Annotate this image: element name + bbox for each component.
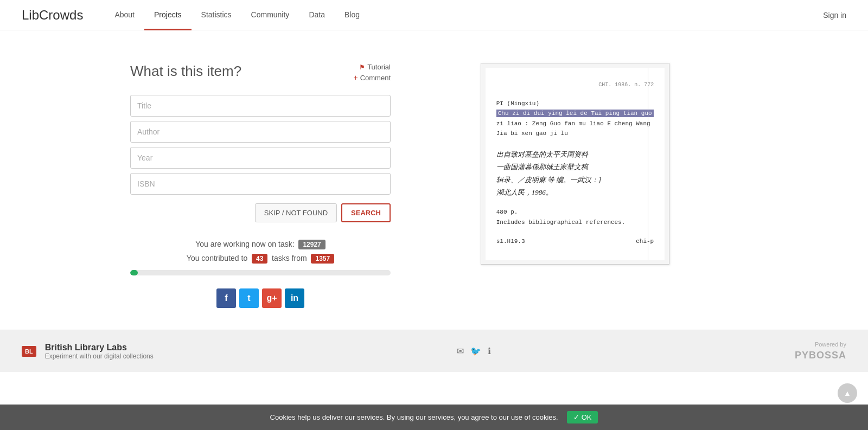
tutorial-link[interactable]: ⚑ Tutorial: [359, 63, 391, 71]
bl-badge: BL: [22, 346, 36, 357]
email-icon[interactable]: ✉: [457, 346, 464, 356]
form-title: What is this item?: [130, 63, 241, 80]
footer-icons: ✉ 🐦 ℹ: [457, 346, 491, 356]
comment-link[interactable]: + Comment: [353, 73, 391, 82]
document-image: CHI. 1986. n. 772 PI (Mingxiu) Chu zi di…: [481, 63, 669, 265]
tasks-total-badge: 1357: [311, 254, 334, 264]
twitter-share-button[interactable]: t: [239, 288, 259, 308]
doc-handwritten-block: 出自致对墓垒的太平天国资料 一曲国蒲幕係郡城王家壁文稿 辑录、／皮明麻 等 编。…: [496, 148, 654, 199]
footer: BL British Library Labs Experiment with …: [0, 330, 868, 372]
sign-in-link[interactable]: Sign in: [823, 11, 846, 20]
isbn-input[interactable]: [130, 173, 391, 195]
footer-brand-name[interactable]: British Library Labs: [45, 343, 154, 352]
nav-statistics[interactable]: Statistics: [192, 0, 241, 30]
google-share-button[interactable]: g+: [262, 288, 282, 308]
footer-brand: British Library Labs Experiment with our…: [45, 343, 154, 360]
doc-bib: Includes bibliographical references.: [496, 218, 654, 227]
header: LibCrowds About Projects Statistics Comm…: [0, 0, 868, 30]
search-button[interactable]: SEARCH: [341, 203, 391, 222]
doc-call: s1.H19.3 chi-p: [496, 237, 654, 246]
nav-projects[interactable]: Projects: [144, 0, 192, 30]
nav-community[interactable]: Community: [241, 0, 299, 30]
doc-hw4: 湖北人民，1986。: [496, 186, 654, 198]
doc-header-line: CHI. 1986. n. 772: [496, 81, 654, 89]
progress-bar-fill: [130, 270, 138, 275]
nav-about[interactable]: About: [105, 0, 144, 30]
form-header: What is this item? ⚑ Tutorial + Comment: [130, 63, 391, 82]
task-info: You are working now on task: 12927 You c…: [130, 240, 391, 264]
doc-hw2: 一曲国蒲幕係郡城王家壁文稿: [496, 161, 654, 173]
author-input[interactable]: [130, 121, 391, 143]
footer-powered: Powered by PYBOSSA: [795, 341, 846, 361]
document-inner: CHI. 1986. n. 772 PI (Mingxiu) Chu zi di…: [486, 68, 665, 260]
nav-blog[interactable]: Blog: [335, 0, 369, 30]
title-input[interactable]: [130, 95, 391, 117]
linkedin-share-button[interactable]: in: [285, 288, 304, 308]
doc-line5: Jia bi xen gao ji lu: [496, 129, 654, 138]
document-divider: [648, 68, 648, 260]
info-icon[interactable]: ℹ: [488, 346, 491, 356]
social-buttons: f t g+ in: [130, 288, 391, 308]
year-input[interactable]: [130, 147, 391, 169]
site-logo[interactable]: LibCrowds: [22, 8, 83, 23]
task-contributed-text: You contributed to 43 tasks from 1357: [130, 254, 391, 264]
doc-pi-line: PI (Mingxiu): [496, 99, 654, 108]
doc-hw3: 辑录、／皮明麻 等 编。一武汉：]: [496, 174, 654, 186]
right-panel: CHI. 1986. n. 772 PI (Mingxiu) Chu zi di…: [412, 63, 738, 308]
form-actions: ⚑ Tutorial + Comment: [353, 63, 391, 82]
nav-data[interactable]: Data: [299, 0, 335, 30]
pybossa-logo[interactable]: PYBOSSA: [795, 350, 846, 361]
powered-by-text: Powered by: [795, 341, 846, 348]
footer-left: BL British Library Labs Experiment with …: [22, 343, 154, 360]
facebook-share-button[interactable]: f: [216, 288, 236, 308]
doc-480: 480 p.: [496, 208, 654, 217]
main-content: What is this item? ⚑ Tutorial + Comment …: [108, 30, 760, 330]
left-panel: What is this item? ⚑ Tutorial + Comment …: [130, 63, 391, 308]
doc-highlighted-text: Chu zi di dui ying lei de Tai ping tian …: [496, 110, 654, 117]
doc-line4: zi liao : Zeng Guo fan mu liao E cheng W…: [496, 119, 654, 129]
doc-hw1: 出自致对墓垒的太平天国资料: [496, 148, 654, 161]
footer-brand-sub: Experiment with our digital collections: [45, 352, 154, 360]
twitter-footer-icon[interactable]: 🐦: [470, 346, 481, 356]
progress-bar: [130, 270, 391, 275]
task-working-text: You are working now on task: 12927: [130, 240, 391, 249]
form-inputs: [130, 95, 391, 195]
plus-icon: +: [353, 73, 358, 82]
doc-highlight-line: Chu zi di dui ying lei de Tai ping tian …: [496, 109, 654, 118]
form-buttons: SKIP / NOT FOUND SEARCH: [130, 203, 391, 222]
skip-button[interactable]: SKIP / NOT FOUND: [255, 203, 337, 222]
main-nav: About Projects Statistics Community Data…: [105, 0, 823, 30]
flag-icon: ⚑: [359, 63, 365, 71]
contributed-count-badge: 43: [252, 254, 267, 264]
task-id-badge: 12927: [298, 240, 325, 249]
